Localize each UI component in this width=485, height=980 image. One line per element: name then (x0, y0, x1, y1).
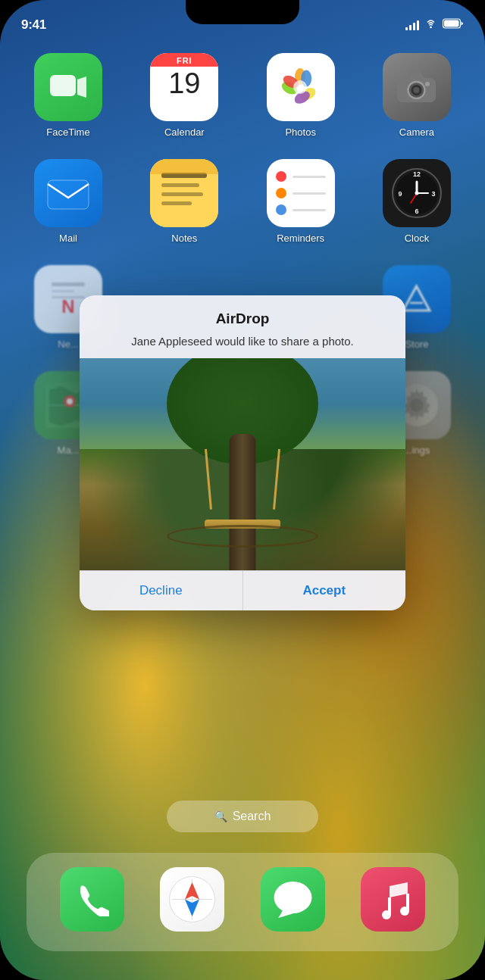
airdrop-message: Jane Appleseed would like to share a pho… (95, 333, 390, 349)
svg-text:12: 12 (413, 170, 421, 178)
battery-icon (443, 18, 464, 32)
dock-app-safari[interactable] (155, 867, 230, 937)
phone-frame: 9:41 (0, 0, 485, 980)
app-label-maps: Ma... (58, 445, 80, 456)
svg-rect-37 (52, 282, 85, 286)
svg-point-11 (293, 80, 307, 94)
svg-point-55 (382, 910, 391, 919)
app-row-2: Mail Notes (23, 159, 462, 244)
airdrop-header: AirDrop Jane Appleseed would like to sha… (80, 295, 405, 358)
app-mail[interactable]: Mail (23, 159, 114, 244)
dock-app-music[interactable] (355, 867, 431, 937)
app-notes[interactable]: Notes (139, 159, 230, 244)
dock-app-phone[interactable] (54, 867, 130, 937)
app-label-camera: Camera (399, 126, 434, 138)
calendar-weekday: FRI (150, 53, 218, 67)
status-icons (405, 18, 464, 32)
app-label-facetime: FaceTime (46, 126, 89, 138)
app-camera[interactable]: Camera (371, 53, 462, 138)
svg-rect-23 (161, 192, 203, 196)
status-time: 9:41 (21, 17, 46, 33)
signal-icon (405, 20, 419, 30)
app-reminders[interactable]: Reminders (255, 159, 346, 244)
svg-marker-4 (77, 76, 86, 98)
svg-point-35 (415, 192, 418, 195)
svg-rect-22 (161, 183, 199, 187)
svg-point-52 (274, 882, 311, 913)
airdrop-decline-button[interactable]: Decline (80, 571, 243, 610)
svg-point-15 (414, 87, 420, 93)
svg-rect-38 (52, 290, 74, 292)
search-icon: 🔍 (214, 810, 227, 822)
airdrop-actions: Decline Accept (80, 570, 405, 610)
app-facetime[interactable]: FaceTime (23, 53, 114, 138)
app-label-calendar: Calendar (164, 126, 205, 138)
airdrop-modal: AirDrop Jane Appleseed would like to sha… (80, 295, 405, 610)
svg-point-56 (400, 907, 409, 916)
svg-text:9: 9 (398, 190, 402, 198)
app-label-notes: Notes (171, 233, 197, 244)
dock-app-messages[interactable] (255, 867, 330, 937)
calendar-day: 19 (168, 68, 200, 100)
svg-point-43 (67, 398, 73, 404)
app-calendar[interactable]: FRI 19 Calendar (139, 53, 230, 138)
notch (186, 0, 299, 24)
svg-rect-17 (48, 180, 89, 209)
app-label-appstore: Store (405, 339, 428, 350)
svg-text:6: 6 (415, 208, 418, 215)
airdrop-photo (80, 358, 405, 570)
svg-rect-3 (50, 75, 76, 96)
search-pill[interactable]: 🔍 Search (167, 801, 318, 832)
svg-rect-25 (150, 159, 218, 174)
app-label-settings: ...ings (404, 445, 430, 456)
app-row-1: FaceTime FRI 19 Calendar (23, 53, 462, 138)
app-label-reminders: Reminders (277, 233, 324, 244)
app-label-photos: Photos (285, 126, 315, 138)
svg-text:3: 3 (431, 190, 435, 198)
app-label-news: Ne... (58, 339, 78, 350)
airdrop-accept-button[interactable]: Accept (243, 571, 406, 610)
app-label-clock: Clock (405, 233, 430, 244)
svg-point-0 (430, 27, 432, 29)
svg-point-16 (425, 82, 430, 86)
app-label-mail: Mail (59, 233, 77, 244)
app-photos[interactable]: Photos (255, 53, 346, 138)
airdrop-title: AirDrop (95, 311, 390, 327)
svg-point-45 (410, 398, 424, 412)
dock (27, 853, 458, 951)
app-clock[interactable]: 12 3 6 9 Clock (371, 159, 462, 244)
search-label: Search (233, 810, 271, 823)
wifi-icon (424, 18, 437, 32)
svg-rect-2 (444, 20, 459, 27)
svg-rect-24 (161, 201, 192, 205)
svg-text:N: N (61, 296, 74, 317)
